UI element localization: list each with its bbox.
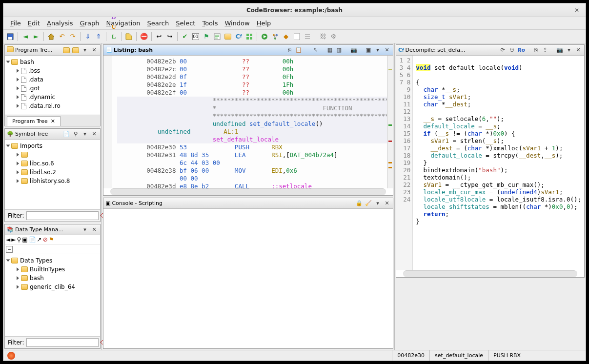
symbol-filter-input[interactable]	[26, 211, 99, 220]
next-diff-icon[interactable]: ↪	[165, 32, 175, 41]
new-icon[interactable]: 📄	[62, 130, 70, 138]
console-body[interactable]	[103, 209, 393, 348]
tree-item[interactable]: libc.so.6	[7, 159, 98, 168]
arrow-icon[interactable]: ↗	[37, 236, 42, 243]
close-icon[interactable]: ✕	[90, 130, 98, 138]
letter-l-button[interactable]: L	[109, 32, 119, 41]
tree-root[interactable]: bash	[7, 58, 98, 66]
menu-tools[interactable]: Tools	[199, 18, 221, 28]
filter-icon[interactable]: ⚲	[17, 236, 21, 243]
tag-icon[interactable]	[124, 32, 134, 41]
bookmark-icon[interactable]: ⚑	[202, 32, 211, 41]
program-tree[interactable]: bash .bss .data .got .dynamic .data.rel.…	[5, 56, 100, 115]
graph-icon[interactable]	[270, 32, 280, 41]
rename-icon[interactable]: Ro	[517, 46, 525, 54]
redo-icon[interactable]: ↷	[68, 32, 78, 41]
off-icon[interactable]: ⊘	[43, 236, 48, 243]
menu-icon[interactable]: ▾	[81, 130, 89, 138]
toggle1-icon[interactable]: ▦	[326, 46, 334, 54]
menu-icon[interactable]: ▾	[374, 46, 382, 54]
hscrollbar[interactable]	[403, 270, 577, 277]
collapse-icon[interactable]: ▣	[22, 236, 27, 243]
datatype-tree[interactable]: Data Types BuiltInTypes bash generic_cli…	[5, 254, 100, 336]
tree-item[interactable]: libhistory.so.8	[7, 177, 98, 185]
undo-icon[interactable]: ↶	[57, 32, 67, 41]
tree-item[interactable]: .got	[7, 84, 98, 93]
tree-root[interactable]: Data Types	[7, 256, 98, 265]
close-icon[interactable]: ✕	[383, 200, 391, 207]
menu-graph[interactable]: Graph	[77, 18, 102, 28]
copy-icon[interactable]: ⎘	[285, 46, 293, 54]
forward-icon[interactable]: ►	[31, 32, 41, 41]
gear-icon[interactable]: ⚙	[328, 32, 338, 41]
close-icon[interactable]: ✕	[383, 46, 391, 54]
run-icon[interactable]	[260, 32, 269, 41]
close-icon[interactable]: ✕	[574, 46, 582, 54]
new-folder-icon[interactable]	[62, 46, 70, 54]
close-icon[interactable]: ✕	[51, 118, 55, 124]
close-icon[interactable]: ✕	[90, 226, 98, 234]
doc-icon[interactable]: 📄	[29, 236, 36, 243]
close-icon[interactable]: ✕	[90, 46, 98, 54]
tab-program-tree[interactable]: Program Tree ✕	[7, 116, 61, 126]
tree-item[interactable]: .data.rel.ro	[7, 101, 98, 110]
letter-u-button[interactable]: U	[109, 22, 119, 32]
tree-item[interactable]	[7, 150, 98, 159]
nav-up-icon[interactable]: ⇑	[94, 32, 103, 41]
menu-file[interactable]: File	[7, 18, 24, 28]
menu-search[interactable]: Search	[144, 18, 172, 28]
decompile-view[interactable]: 1 2 3 4 5 6 7 8 9 10 11 12 13 14 15 16 1…	[396, 56, 584, 270]
clear-icon[interactable]: 🧹	[365, 200, 372, 207]
tree-item[interactable]: bash	[7, 274, 98, 283]
listing-view[interactable]: 00482e2b 00 ?? 00h 00482e2c 00 ?? 00h 00…	[112, 56, 387, 188]
menu-edit[interactable]: Edit	[25, 18, 43, 28]
snapshot-icon[interactable]: 📷	[556, 46, 564, 54]
paste-icon[interactable]: 📋	[295, 46, 303, 54]
tree-item[interactable]: .bss	[7, 66, 98, 75]
home-icon[interactable]	[46, 32, 56, 41]
folder-icon[interactable]	[223, 32, 233, 41]
tree-item[interactable]: .data	[7, 75, 98, 84]
tree-root[interactable]: Imports	[7, 142, 98, 150]
check-icon[interactable]: ✔	[180, 32, 190, 41]
diamond-icon[interactable]: ◆	[281, 32, 291, 41]
menu-icon[interactable]: ▾	[565, 46, 573, 54]
fn-icon[interactable]: Cf	[234, 32, 244, 41]
tree-item[interactable]: generic_clib_64	[7, 283, 98, 291]
minus-icon[interactable]: −	[6, 246, 13, 253]
export-icon[interactable]: ⇪	[541, 46, 549, 54]
toggle2-icon[interactable]: ▥	[335, 46, 343, 54]
refresh-icon[interactable]: ⟳	[499, 46, 507, 54]
doc-icon[interactable]	[292, 32, 302, 41]
snapshot-icon[interactable]: 📷	[350, 46, 358, 54]
back-icon[interactable]: ◄	[6, 236, 10, 243]
graph-icon[interactable]: ⚇	[508, 46, 516, 54]
menu-icon[interactable]: ▾	[81, 46, 89, 54]
menu-analysis[interactable]: Analysis	[44, 18, 76, 28]
menu-select[interactable]: Select	[173, 18, 198, 28]
tree-item[interactable]: libdl.so.2	[7, 168, 98, 177]
symbol-tree[interactable]: Imports libc.so.6 libdl.so.2 libhistory.…	[5, 140, 100, 209]
cursor-icon[interactable]: ↖	[311, 46, 319, 54]
lock-icon[interactable]: 🔒	[355, 200, 363, 207]
tree-item[interactable]: .dynamic	[7, 93, 98, 101]
blocks-icon[interactable]	[244, 32, 254, 41]
copy-icon[interactable]: ⎘	[532, 46, 540, 54]
menu-icon[interactable]: ▾	[81, 226, 89, 234]
menu-window[interactable]: Window	[222, 18, 252, 28]
back-icon[interactable]: ◄	[20, 32, 30, 41]
stop-icon[interactable]: ⛔	[139, 32, 149, 41]
filter-icon[interactable]: ⚲	[72, 130, 80, 138]
hscrollbar[interactable]	[110, 188, 386, 195]
menu-help[interactable]: Help	[254, 18, 274, 28]
bytes-icon[interactable]: 01	[191, 32, 201, 41]
flag-icon[interactable]: ⚑	[49, 236, 54, 243]
list-icon[interactable]	[303, 32, 312, 41]
link-icon[interactable]: ⛓	[318, 32, 327, 41]
prev-diff-icon[interactable]: ↩	[154, 32, 164, 41]
forward-icon[interactable]: ►	[11, 236, 16, 243]
nav-down-icon[interactable]: ⇓	[83, 32, 93, 41]
script-icon[interactable]	[212, 32, 222, 41]
settings-icon[interactable]: ▣	[365, 46, 372, 54]
window-close-icon[interactable]: ✕	[572, 5, 582, 15]
